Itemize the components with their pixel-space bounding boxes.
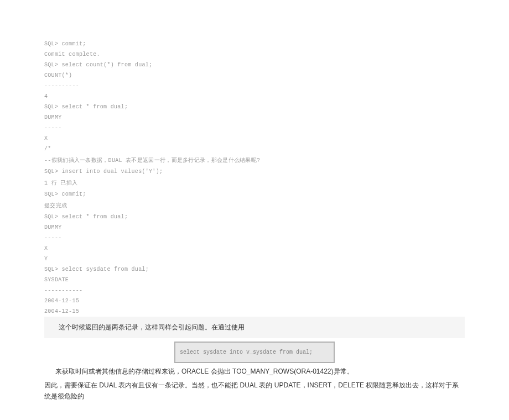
sql-commit-done: 提交完成 — [44, 200, 465, 212]
sql-date-1: 2004-12-15 — [44, 296, 465, 306]
code-box: select sysdate into v_sysdate from dual; — [174, 342, 335, 363]
sql-sep-4: ----------- — [44, 285, 465, 296]
sql-select-sysdate: SQL> select sysdate from dual; — [44, 264, 465, 275]
sql-sep-2: ----- — [44, 123, 465, 133]
sql-sysdate-header: SYSDATE — [44, 275, 465, 285]
sql-select-dual-1: SQL> select * from dual; — [44, 102, 465, 112]
sql-sep-3: ----- — [44, 233, 465, 243]
sql-count-header: COUNT(*) — [44, 70, 465, 81]
note-3: 因此，需要保证在 DUAL 表内有且仅有一条记录。当然，也不能把 DUAL 表的… — [44, 380, 465, 401]
sql-commit: SQL> commit; — [44, 39, 465, 49]
sql-comment-chinese: --假我们插入一条数据，DUAL 表不是返回一行，而是多行记录，那会是什么结果呢… — [44, 154, 465, 166]
note-block-1: 这个时候返回的是两条记录，这样同样会引起问题。在通过使用 — [44, 317, 465, 338]
sql-date-2: 2004-12-15 — [44, 306, 465, 317]
sql-row-inserted: 1 行 已插入 — [44, 177, 465, 189]
sql-x-1: X — [44, 133, 465, 144]
note-1: 这个时候返回的是两条记录，这样同样会引起问题。在通过使用 — [48, 322, 461, 333]
sql-comment-start: /* — [44, 144, 465, 154]
sql-dummy-header-2: DUMMY — [44, 222, 465, 233]
sql-commit-2: SQL> commit; — [44, 189, 465, 200]
code-box-text: select sysdate into v_sysdate from dual; — [180, 349, 329, 355]
document-page: SQL> commit; Commit complete. SQL> selec… — [0, 0, 509, 420]
sql-x-2: X — [44, 243, 465, 254]
sql-select-count: SQL> select count(*) from dual; — [44, 60, 465, 70]
sql-dummy-header-1: DUMMY — [44, 112, 465, 123]
sql-sep-1: ---------- — [44, 81, 465, 91]
sql-count-value: 4 — [44, 91, 465, 102]
sql-commit-complete: Commit complete. — [44, 49, 465, 60]
sql-select-dual-2: SQL> select * from dual; — [44, 212, 465, 222]
note-2: 来获取时间或者其他信息的存储过程来说，ORACLE 会抛出 TOO_MANY_R… — [44, 366, 465, 377]
sql-y: Y — [44, 254, 465, 264]
sql-insert: SQL> insert into dual values('Y'); — [44, 166, 465, 177]
